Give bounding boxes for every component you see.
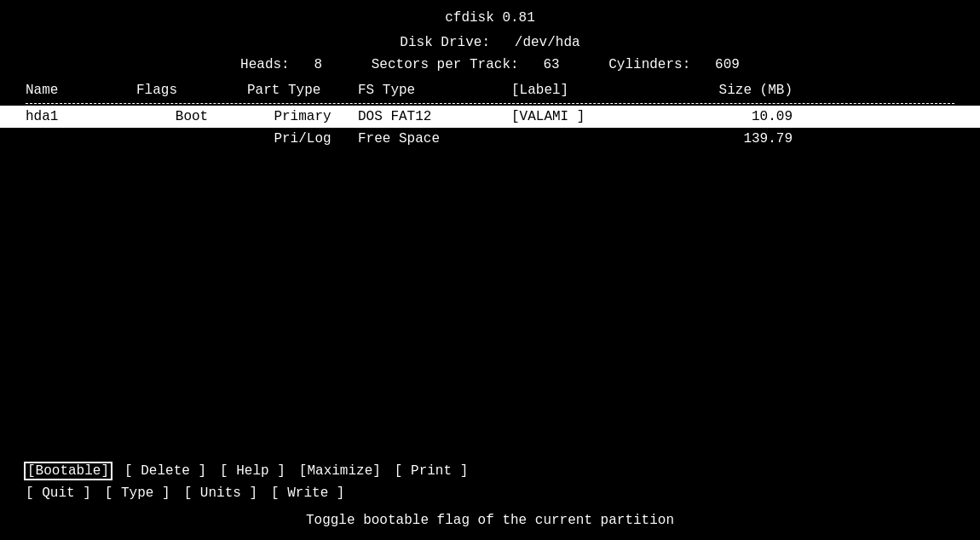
header-parttype: Part Type bbox=[247, 83, 358, 98]
freespace-name bbox=[26, 131, 136, 146]
freespace-label bbox=[511, 131, 682, 146]
drive-path: /dev/hda bbox=[515, 35, 580, 50]
partition-row-hda1[interactable]: hda1 Boot Primary DOS FAT12 [VALAMI ] 10… bbox=[0, 106, 980, 128]
menu-print[interactable]: [ Print ] bbox=[395, 463, 468, 479]
header-label: [Label] bbox=[511, 83, 682, 98]
menu-units[interactable]: [ Units ] bbox=[184, 485, 257, 501]
freespace-fstype: Free Space bbox=[358, 131, 511, 146]
drive-label: Disk Drive: bbox=[400, 35, 490, 50]
partition-flags: Boot bbox=[136, 109, 247, 124]
content-spacer bbox=[0, 150, 980, 457]
disk-info: Disk Drive: /dev/hda Heads: 8 Sectors pe… bbox=[0, 29, 980, 79]
menu-section: [Bootable] [ Delete ] [ Help ] [Maximize… bbox=[0, 457, 980, 508]
sectors-label: Sectors per Track: bbox=[372, 57, 519, 72]
freespace-flags bbox=[136, 131, 247, 146]
freespace-size: 139.79 bbox=[682, 131, 793, 146]
freespace-parttype: Pri/Log bbox=[247, 131, 358, 146]
menu-delete[interactable]: [ Delete ] bbox=[124, 463, 206, 479]
partition-name: hda1 bbox=[26, 109, 136, 124]
sectors-value: 63 bbox=[543, 57, 559, 72]
partition-parttype: Primary bbox=[247, 109, 358, 124]
table-header: Name Flags Part Type FS Type [Label] Siz… bbox=[0, 79, 980, 101]
header-size: Size (MB) bbox=[682, 83, 793, 98]
header-fstype: FS Type bbox=[358, 83, 511, 98]
cylinders-value: 609 bbox=[715, 57, 740, 72]
cfdisk-screen: cfdisk 0.81 Disk Drive: /dev/hda Heads: … bbox=[0, 0, 980, 540]
status-text: Toggle bootable flag of the current part… bbox=[306, 513, 674, 528]
menu-row-2: [ Quit ] [ Type ] [ Units ] [ Write ] bbox=[26, 482, 954, 504]
menu-bootable[interactable]: [Bootable] bbox=[26, 463, 111, 479]
header-flags: Flags bbox=[136, 83, 247, 98]
header-name: Name bbox=[26, 83, 136, 98]
partition-fstype: DOS FAT12 bbox=[358, 109, 511, 124]
heads-value: 8 bbox=[314, 57, 323, 72]
app-title: cfdisk 0.81 bbox=[445, 10, 535, 26]
menu-quit[interactable]: [ Quit ] bbox=[26, 485, 91, 501]
partition-size: 10.09 bbox=[682, 109, 793, 124]
menu-row-1: [Bootable] [ Delete ] [ Help ] [Maximize… bbox=[26, 460, 954, 482]
table-divider bbox=[26, 103, 954, 104]
heads-label: Heads: bbox=[240, 57, 290, 72]
freespace-row: Pri/Log Free Space 139.79 bbox=[0, 128, 980, 150]
status-bar: Toggle bootable flag of the current part… bbox=[0, 508, 980, 533]
menu-write[interactable]: [ Write ] bbox=[271, 485, 344, 501]
menu-maximize[interactable]: [Maximize] bbox=[299, 463, 381, 479]
menu-type[interactable]: [ Type ] bbox=[105, 485, 170, 501]
title-bar: cfdisk 0.81 bbox=[0, 7, 980, 29]
menu-help[interactable]: [ Help ] bbox=[220, 463, 285, 479]
cylinders-label: Cylinders: bbox=[608, 57, 690, 72]
partition-label: [VALAMI ] bbox=[511, 109, 682, 124]
